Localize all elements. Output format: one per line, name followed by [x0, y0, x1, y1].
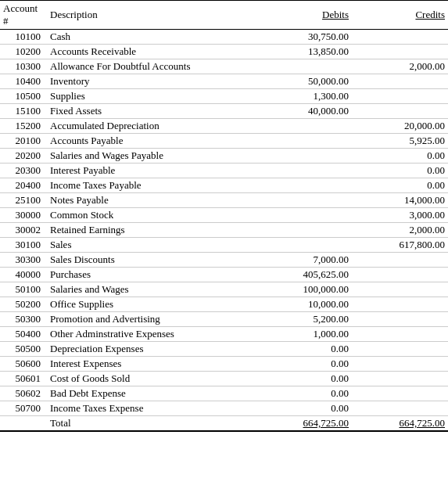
- credit-amount: [352, 74, 448, 89]
- credit-amount: 14,000.00: [352, 193, 448, 208]
- credit-amount: [352, 89, 448, 104]
- table-row: 10500Supplies1,300.00: [0, 89, 448, 104]
- debit-amount: 0.00: [258, 401, 352, 416]
- table-row: 40000Purchases405,625.00: [0, 268, 448, 282]
- account-number: 50600: [0, 357, 47, 372]
- table-row: 50400Other Adminstrative Expenses1,000.0…: [0, 327, 448, 342]
- credit-amount: 3,000.00: [352, 208, 448, 223]
- debit-amount: 30,750.00: [258, 30, 352, 45]
- debit-amount: 10,000.00: [258, 297, 352, 312]
- table-row: 20400Income Taxes Payable0.00: [0, 178, 448, 193]
- credit-amount: 0.00: [352, 164, 448, 178]
- account-number: 30000: [0, 208, 47, 223]
- description-header: Description: [47, 1, 258, 30]
- credit-amount: 5,925.00: [352, 134, 448, 149]
- account-description: Bad Debt Expense: [47, 386, 258, 401]
- account-description: Sales: [47, 238, 258, 253]
- credit-amount: [352, 401, 448, 416]
- account-description: Interest Payable: [47, 164, 258, 178]
- credit-amount: [352, 282, 448, 297]
- account-number: 25100: [0, 193, 47, 208]
- debits-header: Debits: [258, 1, 352, 30]
- credit-amount: [352, 372, 448, 386]
- account-description: Retained Earnings: [47, 223, 258, 238]
- account-description: Office Supplies: [47, 297, 258, 312]
- account-description: Salaries and Wages Payable: [47, 149, 258, 164]
- table-row: 50601Cost of Goods Sold0.00: [0, 372, 448, 386]
- account-description: Salaries and Wages: [47, 282, 258, 297]
- account-number: 50602: [0, 386, 47, 401]
- credit-amount: [352, 386, 448, 401]
- account-number: 10400: [0, 74, 47, 89]
- credit-amount: 2,000.00: [352, 59, 448, 74]
- total-credit: 664,725.00: [352, 416, 448, 432]
- credit-amount: [352, 104, 448, 119]
- debit-amount: 50,000.00: [258, 74, 352, 89]
- account-description: Depreciation Expenses: [47, 342, 258, 357]
- debit-amount: [258, 134, 352, 149]
- credit-amount: 20,000.00: [352, 119, 448, 134]
- table-row: 25100Notes Payable14,000.00: [0, 193, 448, 208]
- account-number: 10500: [0, 89, 47, 104]
- table-row: 10200Accounts Receivable13,850.00: [0, 45, 448, 59]
- credit-amount: [352, 45, 448, 59]
- account-number: 20100: [0, 134, 47, 149]
- account-description: Income Taxes Payable: [47, 178, 258, 193]
- debit-amount: [258, 238, 352, 253]
- credits-header: Credits: [352, 1, 448, 30]
- debit-amount: 1,300.00: [258, 89, 352, 104]
- account-number: 50300: [0, 312, 47, 327]
- account-number: 50500: [0, 342, 47, 357]
- account-number: 50700: [0, 401, 47, 416]
- debit-amount: 13,850.00: [258, 45, 352, 59]
- table-row: 50602Bad Debt Expense0.00: [0, 386, 448, 401]
- credit-amount: 617,800.00: [352, 238, 448, 253]
- debit-amount: [258, 223, 352, 238]
- account-number: 10100: [0, 30, 47, 45]
- account-description: Fixed Assets: [47, 104, 258, 119]
- account-header: Account #: [0, 1, 47, 30]
- account-number: 15200: [0, 119, 47, 134]
- account-description: Other Adminstrative Expenses: [47, 327, 258, 342]
- empty-row: [0, 431, 448, 445]
- credit-amount: [352, 253, 448, 268]
- trial-balance-table: Account # Description Debits Credits 101…: [0, 0, 448, 445]
- account-number: 50100: [0, 282, 47, 297]
- account-description: Supplies: [47, 89, 258, 104]
- credit-amount: 0.00: [352, 178, 448, 193]
- debit-amount: [258, 208, 352, 223]
- debit-amount: [258, 164, 352, 178]
- table-row: 30300Sales Discounts7,000.00: [0, 253, 448, 268]
- account-number: 20300: [0, 164, 47, 178]
- table-row: 20100Accounts Payable5,925.00: [0, 134, 448, 149]
- account-number: 30300: [0, 253, 47, 268]
- table-row: 10300Allowance For Doubtful Accounts2,00…: [0, 59, 448, 74]
- debit-amount: 0.00: [258, 372, 352, 386]
- account-number: 20200: [0, 149, 47, 164]
- account-number: 15100: [0, 104, 47, 119]
- debit-amount: 405,625.00: [258, 268, 352, 282]
- credit-amount: 2,000.00: [352, 223, 448, 238]
- account-number: 20400: [0, 178, 47, 193]
- total-label: Total: [47, 416, 258, 432]
- debit-amount: [258, 119, 352, 134]
- account-description: Common Stock: [47, 208, 258, 223]
- account-number: 50400: [0, 327, 47, 342]
- debit-amount: [258, 193, 352, 208]
- table-row: 30000Common Stock3,000.00: [0, 208, 448, 223]
- table-row: 50500Depreciation Expenses0.00: [0, 342, 448, 357]
- account-description: Allowance For Doubtful Accounts: [47, 59, 258, 74]
- table-row: 50300Promotion and Advertising5,200.00: [0, 312, 448, 327]
- trial-balance-container: Account # Description Debits Credits 101…: [0, 0, 448, 496]
- credit-amount: [352, 327, 448, 342]
- debit-amount: 0.00: [258, 342, 352, 357]
- debit-amount: 100,000.00: [258, 282, 352, 297]
- account-description: Interest Expenses: [47, 357, 258, 372]
- account-description: Cost of Goods Sold: [47, 372, 258, 386]
- account-number: 30100: [0, 238, 47, 253]
- account-number: 50200: [0, 297, 47, 312]
- debit-amount: 0.00: [258, 357, 352, 372]
- account-description: Income Taxes Expense: [47, 401, 258, 416]
- credit-amount: [352, 312, 448, 327]
- table-row: 15100Fixed Assets40,000.00: [0, 104, 448, 119]
